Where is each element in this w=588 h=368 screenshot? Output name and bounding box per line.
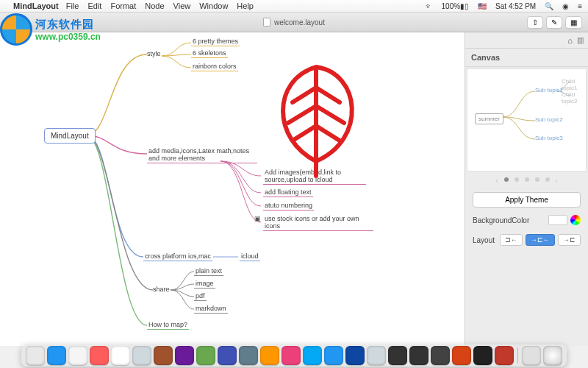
wifi-icon[interactable]: ᯤ [426, 2, 433, 10]
mindmap-canvas[interactable]: MindLayout style 6 pretty themes 6 skele… [0, 32, 465, 346]
pager-dot-1[interactable] [514, 177, 519, 182]
root-node[interactable]: MindLayout [44, 128, 96, 144]
dock-app-notes[interactable] [111, 346, 130, 365]
node-style-child-2[interactable]: rainborn colors [191, 62, 238, 71]
layout-opt-right[interactable]: →⊏ [558, 234, 581, 246]
dock-app-finder[interactable] [26, 346, 45, 365]
battery-status[interactable]: 100% ▮▯ [442, 2, 470, 10]
dock-app-onenote[interactable] [175, 346, 194, 365]
node-addmedia-child-2[interactable]: atuto numbering [263, 201, 314, 210]
theme-pager: ‹ › [465, 173, 588, 189]
node-addmedia-child-3[interactable]: use stock icons or add your own icons [263, 214, 373, 231]
node-icloud[interactable]: icloud [240, 252, 260, 261]
dock-app-appstore[interactable] [324, 346, 343, 365]
pager-dot-0[interactable] [504, 177, 509, 182]
pager-next-icon[interactable]: › [556, 177, 558, 185]
dock-app-github[interactable] [431, 346, 450, 365]
watermark: 河东软件园 www.pc0359.cn [0, 13, 101, 46]
menu-help[interactable]: Help [237, 1, 254, 10]
dock-app-safari[interactable] [47, 346, 66, 365]
dock-separator [517, 347, 518, 364]
preview-child-0: Child topic1 [562, 78, 586, 91]
dock [21, 344, 567, 367]
app-name[interactable]: MindLayout [13, 1, 59, 10]
node-addmedia-child-1[interactable]: add floating text [263, 188, 313, 197]
node-share-child-2[interactable]: pdf [194, 291, 207, 301]
menu-file[interactable]: File [66, 1, 79, 10]
clock[interactable]: Sat 4:52 PM [495, 2, 536, 10]
dock-app-contacts[interactable] [154, 346, 173, 365]
sidebar-tab-home-icon[interactable]: ⌂ [567, 36, 573, 45]
sidebar-tab-folder-icon[interactable]: ▥ [577, 36, 584, 44]
dock-app-mindlayout[interactable] [495, 346, 514, 365]
dock-app-terminal[interactable] [388, 346, 407, 365]
user-icon[interactable]: ◉ [562, 2, 569, 10]
menu-edit[interactable]: Edit [87, 1, 101, 10]
dock-app-trash[interactable] [543, 346, 562, 365]
image-placeholder-icon: ▣ [254, 215, 261, 222]
bgcolor-swatch[interactable] [548, 215, 567, 225]
leaf-drawing [257, 58, 375, 183]
notif-icon[interactable]: ≡ [578, 2, 582, 10]
document-tab[interactable]: welcome.layout [263, 18, 325, 26]
preview-sub-0: Sub topic1 [535, 87, 563, 93]
bgcolor-row: BackgroundColor [465, 210, 588, 230]
menu-node[interactable]: Node [145, 1, 164, 10]
node-share-child-3[interactable]: markdown [194, 304, 228, 314]
preview-sub-2: Sub topic3 [535, 135, 563, 141]
mac-menubar: MindLayout File Edit Format Node View Wi… [0, 0, 588, 13]
dock-app-xcode[interactable] [345, 346, 365, 365]
spotlight-icon[interactable]: 🔍 [545, 2, 553, 10]
dock-app-settings[interactable] [367, 346, 386, 365]
node-crossplatform[interactable]: cross platform ios,mac [143, 252, 212, 261]
watermark-logo-icon [0, 13, 32, 46]
dock-app-keynote[interactable] [218, 346, 237, 365]
dock-app-git[interactable] [452, 346, 471, 365]
inspector-sidebar: ⌂ ▥ Canvas summer Sub topic1 Sub topic2 … [465, 32, 588, 346]
layout-label: Layout [473, 236, 495, 244]
pager-prev-icon[interactable]: ‹ [496, 177, 498, 185]
preview-child-1: Child topic2 [562, 91, 586, 105]
grid-button[interactable]: ▦ [565, 16, 582, 29]
preview-sub-1: Sub topic2 [535, 116, 563, 123]
menu-format[interactable]: Format [110, 1, 136, 10]
node-style-child-1[interactable]: 6 skeletons [191, 49, 228, 58]
dock-app-qq[interactable] [473, 346, 492, 365]
flag-icon[interactable]: 🇺🇸 [478, 2, 487, 10]
watermark-line2: www.pc0359.cn [35, 32, 101, 42]
share-button[interactable]: ⇧ [527, 16, 543, 29]
theme-preview[interactable]: summer Sub topic1 Sub topic2 Sub topic3 … [467, 68, 587, 171]
menu-view[interactable]: View [173, 1, 191, 10]
pager-dot-3[interactable] [535, 177, 539, 182]
dock-app-reminders[interactable] [132, 346, 151, 365]
sidebar-section-header: Canvas [465, 49, 588, 67]
dock-app-mail[interactable] [68, 346, 87, 365]
node-howto[interactable]: How to map? [147, 320, 189, 330]
dock-app-iterm[interactable] [409, 346, 429, 365]
dock-app-messages[interactable] [303, 346, 322, 365]
menu-window[interactable]: Window [199, 1, 228, 10]
dock-app-downloads[interactable] [522, 346, 541, 365]
node-addmedia[interactable]: add media,icons,Latex math,notes and mor… [147, 146, 257, 163]
pager-dot-4[interactable] [545, 177, 550, 182]
dock-app-music[interactable] [282, 346, 301, 365]
edit-button[interactable]: ✎ [546, 16, 562, 29]
dock-app-calendar[interactable] [90, 346, 109, 365]
color-wheel-icon[interactable] [570, 215, 581, 225]
apply-theme-button[interactable]: Apply Theme [473, 192, 581, 208]
bgcolor-label: BackgroundColor [473, 216, 529, 224]
layout-opt-both[interactable]: →⊏← [526, 234, 555, 246]
dock-app-numbers[interactable] [196, 346, 215, 365]
node-share[interactable]: share [153, 286, 170, 293]
node-style-child-0[interactable]: 6 pretty themes [191, 37, 240, 46]
layout-opt-left[interactable]: ⊐← [500, 234, 523, 246]
dock-app-preview[interactable] [239, 346, 258, 365]
node-share-child-0[interactable]: plain text [194, 266, 223, 276]
pager-dot-2[interactable] [525, 177, 529, 182]
layout-row: Layout ⊐← →⊏← →⊏ [465, 230, 588, 250]
node-style[interactable]: style [147, 50, 161, 57]
node-share-child-1[interactable]: image [194, 279, 215, 289]
dock-app-sublime[interactable] [260, 346, 279, 365]
sidebar-tabs: ⌂ ▥ [465, 32, 588, 49]
main-area: MindLayout style 6 pretty themes 6 skele… [0, 32, 588, 346]
